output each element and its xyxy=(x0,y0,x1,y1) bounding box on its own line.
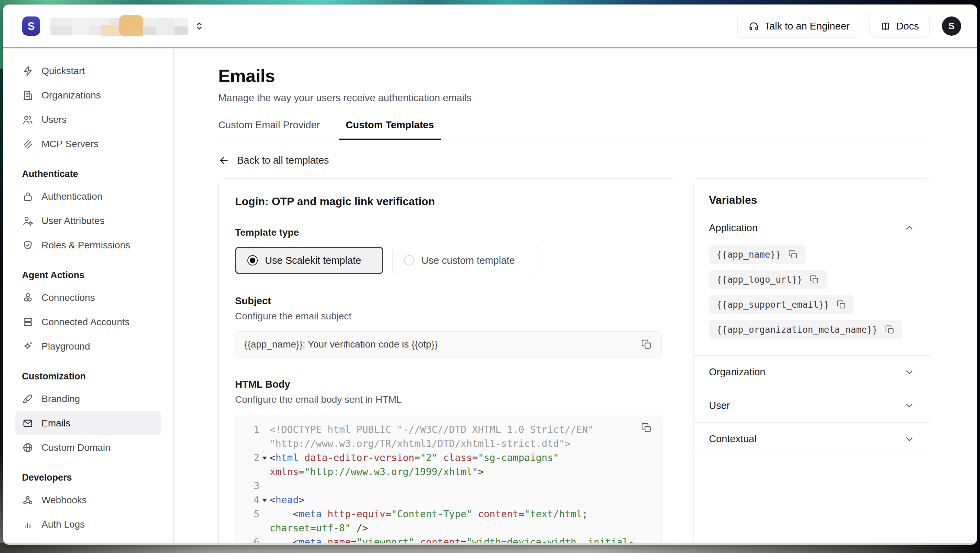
code-line-2: 2<html data-editor-version="2" class="sg… xyxy=(235,451,661,479)
sidebar-item-auth-logs[interactable]: Auth Logs xyxy=(16,512,161,537)
sidebar-item-label: Users xyxy=(41,114,67,125)
sidebar-item-user-attributes[interactable]: User Attributes xyxy=(16,208,161,233)
code-gutter: 1 xyxy=(235,423,270,437)
docs-label: Docs xyxy=(896,21,919,32)
html-body-code-editor[interactable]: 1<!DOCTYPE html PUBLIC "-//W3C//DTD XHTM… xyxy=(235,415,662,543)
variable-chip-label: {{app_support_email}} xyxy=(716,299,829,310)
radio-option-use-scalekit-template[interactable]: Use Scalekit template xyxy=(235,247,383,274)
sidebar-item-label: Settings xyxy=(41,543,76,544)
back-to-templates-link[interactable]: Back to all templates xyxy=(218,155,329,166)
radio-option-use-custom-template[interactable]: Use custom template xyxy=(392,247,538,274)
sidebar-item-connections[interactable]: Connections xyxy=(16,285,161,310)
variables-section-application[interactable]: Application xyxy=(709,211,915,244)
sidebar-item-mcp-servers[interactable]: MCP Servers xyxy=(16,132,161,156)
bar-chart-icon xyxy=(22,519,33,530)
sidebar-section-customization: Customization xyxy=(16,366,161,387)
sidebar-item-label: Webhooks xyxy=(41,495,87,506)
cubes-icon xyxy=(22,292,33,304)
building-icon xyxy=(22,89,33,101)
copy-code-button[interactable] xyxy=(641,422,652,435)
radio-option-label: Use Scalekit template xyxy=(265,255,361,266)
subject-input[interactable]: {{app_name}}: Your verification code is … xyxy=(235,331,662,358)
sidebar-item-settings[interactable]: Settings xyxy=(16,537,161,543)
variables-section-organization[interactable]: Organization xyxy=(709,356,915,389)
tab-bar: Custom Email ProviderCustom Templates xyxy=(218,119,930,140)
code-gutter: 5 xyxy=(235,507,270,521)
variables-title: Variables xyxy=(709,194,915,207)
book-icon xyxy=(880,21,891,32)
org-name-redacted xyxy=(51,17,188,35)
sidebar-item-authentication[interactable]: Authentication xyxy=(16,184,161,208)
sidebar-item-custom-domain[interactable]: Custom Domain xyxy=(16,435,161,460)
shield-check-icon xyxy=(22,240,33,251)
code-text: <!DOCTYPE html PUBLIC "-//W3C//DTD XHTML… xyxy=(270,423,661,451)
variable-chip-app-logo-url[interactable]: {{app_logo_url}} xyxy=(709,270,827,289)
copy-icon[interactable] xyxy=(836,299,846,310)
zap-icon xyxy=(22,65,33,77)
code-gutter: 6 xyxy=(235,535,270,543)
sidebar-section-authenticate: Authenticate xyxy=(16,164,161,184)
template-type-label: Template type xyxy=(235,227,662,238)
variables-section-user[interactable]: User xyxy=(709,389,915,422)
sidebar-item-label: User Attributes xyxy=(41,215,105,226)
tab-custom-templates[interactable]: Custom Templates xyxy=(346,119,434,140)
fold-caret-icon[interactable] xyxy=(262,499,267,504)
copy-icon[interactable] xyxy=(809,275,819,285)
sparkle-icon xyxy=(22,341,33,352)
variable-chip-list: {{app_name}}{{app_logo_url}}{{app_suppor… xyxy=(709,244,915,355)
fold-caret-icon[interactable] xyxy=(262,457,267,462)
sidebar-item-label: Emails xyxy=(41,418,70,429)
sidebar-item-webhooks[interactable]: Webhooks xyxy=(16,488,161,512)
chevron-down-icon xyxy=(904,434,915,445)
sidebar-item-organizations[interactable]: Organizations xyxy=(16,83,161,107)
code-gutter: 4 xyxy=(235,493,270,507)
user-avatar[interactable]: S xyxy=(942,16,961,36)
variable-chip-app-support-email[interactable]: {{app_support_email}} xyxy=(709,295,854,314)
code-line-1: 1<!DOCTYPE html PUBLIC "-//W3C//DTD XHTM… xyxy=(235,423,661,451)
brush-icon xyxy=(22,393,33,405)
sidebar-item-label: Authentication xyxy=(41,191,102,202)
html-body-label: HTML Body xyxy=(235,379,662,390)
subject-label: Subject xyxy=(235,296,662,307)
variable-chip-app-name[interactable]: {{app_name}} xyxy=(709,245,806,264)
scalekit-logo: S xyxy=(22,16,40,36)
variables-section-label: Organization xyxy=(709,366,765,378)
sidebar-nav: QuickstartOrganizationsUsersMCP ServersA… xyxy=(3,48,173,543)
copy-icon[interactable] xyxy=(885,324,895,335)
subject-value: {{app_name}}: Your verification code is … xyxy=(244,339,438,350)
variable-chip-label: {{app_logo_url}} xyxy=(716,275,802,285)
copy-subject-icon[interactable] xyxy=(641,338,652,350)
variables-section-contextual[interactable]: Contextual xyxy=(709,423,915,456)
code-gutter: 3 xyxy=(235,479,270,493)
chevron-down-icon xyxy=(904,367,915,378)
sidebar-item-label: Branding xyxy=(41,394,80,404)
back-link-label: Back to all templates xyxy=(237,155,329,166)
sidebar-item-label: Roles & Permissions xyxy=(41,240,130,251)
sidebar-item-emails[interactable]: Emails xyxy=(16,411,161,435)
talk-to-engineer-button[interactable]: Talk to an Engineer xyxy=(737,15,860,37)
webhook-icon xyxy=(22,494,33,506)
user-gear-icon xyxy=(22,215,33,227)
radio-option-label: Use custom template xyxy=(422,255,515,266)
tab-custom-email-provider[interactable]: Custom Email Provider xyxy=(218,119,320,140)
code-lines: 1<!DOCTYPE html PUBLIC "-//W3C//DTD XHTM… xyxy=(235,423,661,543)
server-stack-icon xyxy=(22,316,33,328)
variable-chip-app-organization-meta-name[interactable]: {{app_organization_meta_name}} xyxy=(709,320,902,339)
sidebar-item-users[interactable]: Users xyxy=(16,107,161,132)
section-divider xyxy=(694,456,930,456)
lock-icon xyxy=(22,191,33,202)
code-text: <meta name="viewport" content="width=dev… xyxy=(270,535,661,543)
sidebar-item-branding[interactable]: Branding xyxy=(16,387,161,411)
org-switcher[interactable] xyxy=(51,17,205,35)
sidebar-item-connected-accounts[interactable]: Connected Accounts xyxy=(16,310,161,334)
sidebar-item-playground[interactable]: Playground xyxy=(16,334,161,359)
sliders-icon xyxy=(22,543,33,544)
sidebar-item-label: Playground xyxy=(41,341,90,352)
sidebar-item-roles-permissions[interactable]: Roles & Permissions xyxy=(16,233,161,257)
docs-button[interactable]: Docs xyxy=(869,15,929,37)
sidebar-item-quickstart[interactable]: Quickstart xyxy=(16,59,161,83)
page-title: Emails xyxy=(218,65,930,86)
chevron-down-icon xyxy=(904,400,915,411)
copy-icon[interactable] xyxy=(788,249,798,260)
sidebar-section-developers: Developers xyxy=(16,467,161,488)
